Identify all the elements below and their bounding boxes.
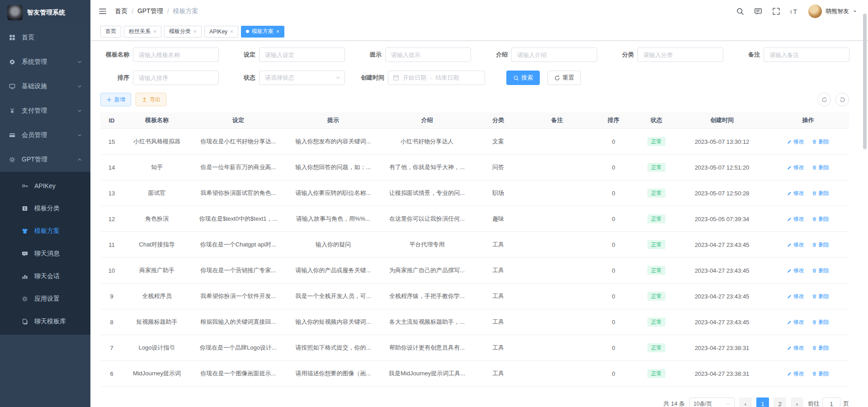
add-button[interactable]: 新增 [100,93,131,106]
search-button[interactable]: 搜索 [506,71,540,85]
sidebar-item-chat-message[interactable]: 聊天消息 [0,242,90,265]
topbar-actions: tT 萌熊智友 [736,5,857,18]
delete-link[interactable]: 删除 [812,241,829,249]
page-button-2[interactable]: 2 [774,398,786,407]
page-size-select[interactable]: 10条/页 [689,398,735,407]
edit-link[interactable]: 修改 [787,293,804,300]
sidebar-item-payment[interactable]: 支付管理 [0,99,90,123]
message-icon[interactable] [754,7,762,15]
edit-link[interactable]: 修改 [787,189,804,197]
column-header: 操作 [767,116,849,124]
sidebar-item-template-category[interactable]: 模板分类 [0,197,90,220]
pencil-icon [787,242,792,247]
filter-remark-input[interactable] [764,47,849,62]
filter-name-input[interactable] [133,47,219,62]
prev-page-button[interactable]: ‹ [739,398,752,407]
dashboard-icon [9,34,15,41]
edit-link[interactable]: 修改 [787,344,804,352]
edit-link[interactable]: 修改 [787,241,804,249]
tab-apikey[interactable]: APIKey × [204,26,238,38]
edit-link[interactable]: 修改 [787,318,804,326]
page-jump: 前往 页 [808,398,849,407]
breadcrumb-gpt[interactable]: GPT管理 [137,7,163,15]
tab-home[interactable]: 首页 [100,26,121,38]
page-button-1[interactable]: 1 [756,398,769,407]
font-size-icon[interactable]: tT [790,7,798,15]
edit-link[interactable]: 修改 [787,267,804,274]
cell-prompt: 输入你的疑问 [286,241,381,249]
fullscreen-icon[interactable] [772,7,780,15]
column-refresh-button[interactable] [835,93,849,106]
delete-link[interactable]: 删除 [812,318,829,326]
delete-link[interactable]: 删除 [812,344,829,352]
trash-icon [812,191,817,196]
edit-link[interactable]: 修改 [787,164,804,171]
sidebar-item-app-setting[interactable]: 应用设置 [0,288,90,310]
jump-page-input[interactable] [822,398,840,407]
cell-category: 工具 [473,266,523,274]
sidebar-item-home[interactable]: 首页 [0,25,90,50]
filter-category-field: 分类 [605,47,723,62]
filter-intro-input[interactable] [511,47,597,62]
sidebar-item-chat-session[interactable]: 聊天会话 [0,265,90,288]
tab-label: 模板方案 [252,28,274,35]
delete-link[interactable]: 删除 [812,370,829,378]
filter-sort-input[interactable] [133,71,219,85]
sidebar-item-gpt[interactable]: GPT管理 [0,147,90,172]
filter-prompt-input[interactable] [385,47,471,62]
sidebar-item-template-plan[interactable]: 模板方案 [0,220,90,242]
sidebar-toggle-icon[interactable] [99,7,107,15]
sidebar-item-apikey[interactable]: APIKey [0,175,90,197]
sidebar-item-infrastructure[interactable]: 基础设施 [0,74,90,99]
close-icon[interactable]: × [276,29,279,34]
close-icon[interactable]: × [193,29,197,34]
cell-category: 工具 [473,369,523,378]
search-icon[interactable] [736,7,744,15]
column-header: 排序 [591,116,636,124]
close-icon[interactable]: × [153,29,156,34]
status-badge: 正常 [647,189,665,198]
filter-setting-input[interactable] [259,47,345,62]
delete-link[interactable]: 删除 [812,293,829,300]
cell-category: 工具 [473,292,523,300]
refresh-table-button[interactable] [817,93,831,106]
date-range-picker[interactable]: 开始日期 - 结束日期 [388,71,485,85]
sidebar-item-member[interactable]: 会员管理 [0,123,90,147]
column-header: 状态 [636,116,677,124]
tab-fans-relation[interactable]: 粉丝关系 × [124,26,161,38]
delete-link[interactable]: 删除 [812,189,829,197]
cell-setting: 根据我输入的关键词直接回... [191,318,286,326]
cell-created: 2023-04-27 23:43:45 [677,267,767,274]
edit-link[interactable]: 修改 [787,370,804,378]
app-logo-row[interactable]: 智友管理系统 [0,0,90,25]
chevron-down-icon [77,84,82,89]
status-badge: 正常 [647,240,665,249]
sidebar-item-system[interactable]: 系统管理 [0,50,90,74]
table-row: 7 Logo设计指引 你现在是一个品牌Logo设计... 请按照如下格式提交，你… [100,335,849,361]
sidebar-item-chat-template-lib[interactable]: 聊天模板库 [0,310,90,333]
edit-link[interactable]: 修改 [787,138,804,146]
tab-template-plan[interactable]: 模板方案 × [241,26,284,38]
filter-status-select[interactable]: 请选择状态 [259,71,345,85]
tab-template-category[interactable]: 模板分类 × [164,26,202,38]
table-row: 11 Chat对接指导 你现在是一个Chatgpt api对... 输入你的疑问… [100,232,849,258]
close-icon[interactable]: × [230,29,233,34]
reset-button[interactable]: 重置 [547,71,581,85]
cell-id: 12 [100,216,123,222]
export-button[interactable]: 导出 [136,93,166,106]
cell-sort: 0 [591,345,636,351]
next-page-button[interactable]: › [791,398,803,407]
cell-actions: 修改 删除 [767,138,849,146]
cell-category: 文案 [473,137,523,146]
delete-link[interactable]: 删除 [812,267,829,274]
bar-chart-icon [22,273,28,279]
vertical-scrollbar-thumb[interactable] [863,14,867,149]
delete-link[interactable]: 删除 [812,138,829,146]
delete-link[interactable]: 删除 [812,164,829,171]
filter-category-input[interactable] [637,47,723,62]
user-menu[interactable]: 萌熊智友 [808,5,857,18]
delete-link[interactable]: 删除 [812,215,829,223]
edit-link[interactable]: 修改 [787,215,804,223]
filter-sort-field: 排序 [100,71,219,85]
breadcrumb-home[interactable]: 首页 [115,7,127,15]
